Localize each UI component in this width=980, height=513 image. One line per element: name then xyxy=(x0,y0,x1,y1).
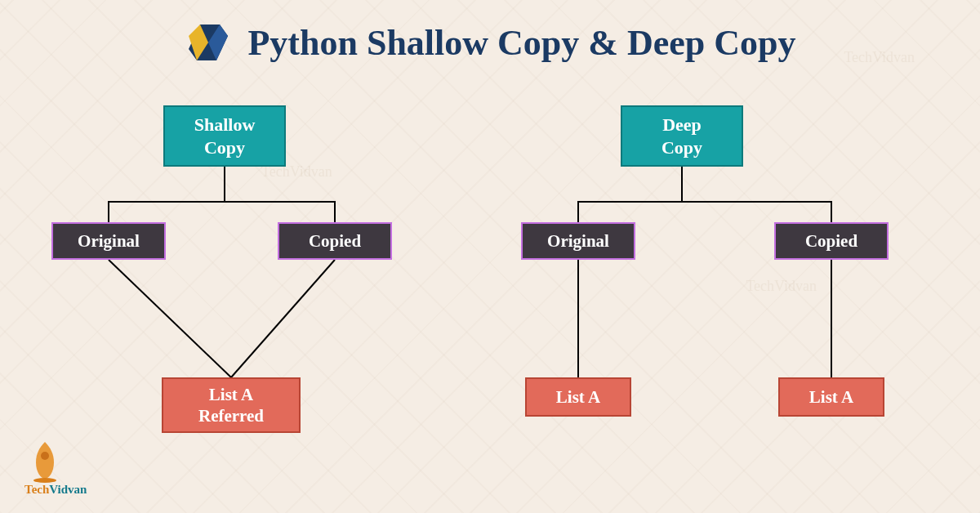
brand-icon xyxy=(24,438,65,483)
shallow-leaf-line2: Referred xyxy=(198,405,264,426)
deep-root-line1: Deep xyxy=(662,114,702,136)
svg-point-0 xyxy=(206,27,211,32)
python-logo-icon xyxy=(184,18,233,67)
deep-original-label: Original xyxy=(547,230,609,252)
shallow-root-line2: Copy xyxy=(204,136,245,159)
brand-text-part1: Tech xyxy=(24,483,49,496)
deep-root-line2: Copy xyxy=(662,136,702,159)
header: Python Shallow Copy & Deep Copy xyxy=(0,0,980,67)
svg-point-2 xyxy=(41,452,49,460)
shallow-copied-box: Copied xyxy=(278,222,392,260)
connectors xyxy=(0,67,980,492)
deep-copied-box: Copied xyxy=(774,222,889,260)
diagram-area: Shallow Copy Original Copied List A Refe… xyxy=(0,67,980,492)
shallow-leaf-line1: List A xyxy=(209,384,253,405)
deep-root-box: Deep Copy xyxy=(621,105,743,167)
brand-logo: TechVidvan xyxy=(24,438,87,497)
shallow-root-box: Shallow Copy xyxy=(163,105,286,167)
deep-leaf2-box: List A xyxy=(778,377,884,417)
shallow-copied-label: Copied xyxy=(309,230,361,252)
brand-text: TechVidvan xyxy=(24,483,87,497)
deep-leaf1-box: List A xyxy=(525,377,631,417)
deep-leaf2-label: List A xyxy=(809,386,853,408)
shallow-original-box: Original xyxy=(51,222,166,260)
deep-copied-label: Copied xyxy=(805,230,858,252)
shallow-root-line1: Shallow xyxy=(194,114,256,136)
page-title: Python Shallow Copy & Deep Copy xyxy=(247,22,795,64)
brand-text-part2: Vidvan xyxy=(49,483,87,496)
deep-leaf1-label: List A xyxy=(556,386,600,408)
deep-original-box: Original xyxy=(521,222,635,260)
shallow-original-label: Original xyxy=(78,230,140,252)
shallow-leaf-box: List A Referred xyxy=(162,377,301,433)
